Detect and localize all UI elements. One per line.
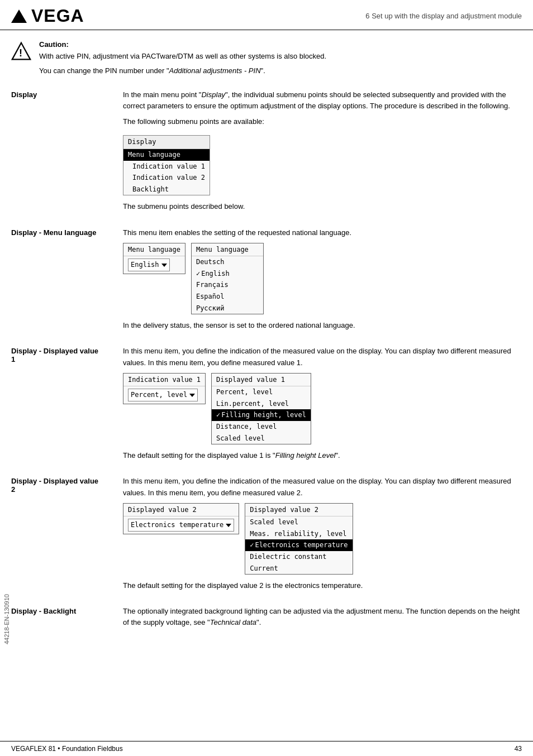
section-display: Display In the main menu point "Display"… [11, 89, 522, 217]
value2-dropdown-title: Displayed value 2 [123, 504, 239, 517]
value2-dropdown-value: Electronics temperature [131, 520, 223, 530]
lang-option-espanol[interactable]: Español [192, 291, 263, 303]
value1-dropdown-content: Percent, level [123, 386, 205, 404]
menu-item-indication2: Indication value 2 [123, 172, 210, 184]
lang-option-russian[interactable]: Русский [192, 303, 263, 314]
value1-list-box: Displayed value 1 Percent, level Lin.per… [211, 373, 311, 445]
language-dropdown-title: Menu language [123, 243, 185, 257]
svg-text:!: ! [19, 47, 22, 59]
logo-text: VEGA [31, 6, 84, 26]
dropdown-arrow-icon [189, 394, 195, 397]
value1-para: In this menu item, you define the indica… [123, 346, 522, 368]
menu-item-backlight: Backlight [123, 184, 210, 195]
lang-option-francais[interactable]: Français [192, 279, 263, 291]
chapter-title: 6 Set up with the display and adjustment… [365, 12, 522, 20]
section-backlight: Display - Backlight The optionally integ… [11, 606, 522, 633]
caution-title: Caution: [39, 40, 326, 49]
menu-item-language: Menu language [123, 149, 210, 161]
language-dropdown[interactable]: English [128, 259, 170, 271]
value2-list-title: Displayed value 2 [245, 504, 352, 517]
value2-para: In this menu item, you define the indica… [123, 476, 522, 498]
v1-option-percent[interactable]: Percent, level [212, 386, 311, 398]
section-label-value2: Display - Displayed value2 [11, 476, 123, 596]
value2-after-ui: The default setting for the displayed va… [123, 580, 522, 591]
v2-option-dielectric[interactable]: Dielectric constant [245, 551, 352, 563]
value1-dropdown-box: Indication value 1 Percent, level [123, 373, 206, 404]
v2-option-scaled[interactable]: Scaled level [245, 516, 352, 528]
side-label: 44218-EN-130910 [3, 594, 10, 644]
company-logo: VEGA [11, 6, 84, 26]
page-footer: VEGAFLEX 81 • Foundation Fieldbus 43 [0, 741, 533, 756]
language-list-title: Menu language [192, 243, 263, 257]
language-dropdown-box: Menu language English [123, 243, 185, 274]
language-list-box: Menu language Deutsch English Français E… [191, 243, 264, 315]
v1-option-linpercent[interactable]: Lin.percent, level [212, 398, 311, 410]
v2-option-current[interactable]: Current [245, 563, 352, 575]
v1-option-filling[interactable]: Filling height, level [212, 409, 311, 421]
section-label-value1: Display - Displayed value1 [11, 346, 123, 466]
value1-dropdown-title: Indication value 1 [123, 374, 205, 387]
display-para-2: The following submenu points are availab… [123, 116, 522, 127]
lang-option-english[interactable]: English [192, 268, 263, 280]
value2-dropdown[interactable]: Electronics temperature [128, 519, 234, 532]
value1-after-ui: The default setting for the displayed va… [123, 450, 522, 461]
caution-icon: ! [11, 41, 31, 79]
dropdown-arrow-icon [161, 264, 167, 267]
display-menu-box: Display Menu language Indication value 1… [123, 135, 210, 195]
section-content-menu-language: This menu item enables the setting of th… [123, 227, 522, 336]
caution-text: Caution: With active PIN, adjustment via… [39, 40, 326, 79]
value2-dropdown-box: Displayed value 2 Electronics temperatur… [123, 503, 239, 534]
value2-list-box: Displayed value 2 Scaled level Meas. rel… [245, 503, 353, 575]
v2-option-meas[interactable]: Meas. reliability, level [245, 528, 352, 540]
caution-para-2: You can change the PIN number under "Add… [39, 65, 326, 76]
section-content-value2: In this menu item, you define the indica… [123, 476, 522, 596]
section-label-backlight: Display - Backlight [11, 606, 123, 633]
value1-dropdown[interactable]: Percent, level [128, 389, 198, 401]
footer-left: VEGAFLEX 81 • Foundation Fieldbus [11, 745, 123, 753]
backlight-para: The optionally integrated background lig… [123, 606, 522, 628]
language-dropdown-content: English [123, 256, 185, 274]
section-displayed-value-1: Display - Displayed value1 In this menu … [11, 346, 522, 466]
display-para-1: In the main menu point "Display", the in… [123, 89, 522, 112]
page-body: ! Caution: With active PIN, adjustment v… [0, 30, 533, 660]
section-displayed-value-2: Display - Displayed value2 In this menu … [11, 476, 522, 596]
logo-triangle-icon [11, 9, 27, 23]
v1-option-scaled[interactable]: Scaled level [212, 433, 311, 444]
menu-item-indication1: Indication value 1 [123, 161, 210, 173]
main-content: ! Caution: With active PIN, adjustment v… [0, 30, 533, 643]
footer-right: 43 [515, 745, 522, 753]
caution-section: ! Caution: With active PIN, adjustment v… [11, 40, 522, 79]
section-label-menu-language: Display - Menu language [11, 227, 123, 336]
language-dropdown-value: English [131, 260, 159, 270]
value1-dropdown-value: Percent, level [131, 390, 187, 400]
v1-option-distance[interactable]: Distance, level [212, 421, 311, 433]
menu-language-para: This menu item enables the setting of th… [123, 227, 522, 238]
language-after-ui: In the delivery status, the sensor is se… [123, 320, 522, 331]
section-content-value1: In this menu item, you define the indica… [123, 346, 522, 466]
section-menu-language: Display - Menu language This menu item e… [11, 227, 522, 336]
page-header: VEGA 6 Set up with the display and adjus… [0, 0, 533, 30]
caution-para-1: With active PIN, adjustment via PACTware… [39, 51, 326, 62]
dropdown-arrow-icon [226, 524, 231, 527]
display-after-menu: The submenu points described below. [123, 201, 522, 212]
section-content-backlight: The optionally integrated background lig… [123, 606, 522, 633]
lang-option-deutsch[interactable]: Deutsch [192, 256, 263, 268]
value1-ui-row: Indication value 1 Percent, level Displa… [123, 373, 522, 445]
section-label-display: Display [11, 89, 123, 217]
value1-list-title: Displayed value 1 [212, 374, 311, 387]
display-menu-title: Display [123, 136, 210, 149]
value2-dropdown-content: Electronics temperature [123, 516, 239, 534]
value2-ui-row: Displayed value 2 Electronics temperatur… [123, 503, 522, 575]
v2-option-electronics[interactable]: Electronics temperature [245, 539, 352, 551]
language-ui-row: Menu language English Menu language Deut… [123, 243, 522, 315]
section-content-display: In the main menu point "Display", the in… [123, 89, 522, 217]
